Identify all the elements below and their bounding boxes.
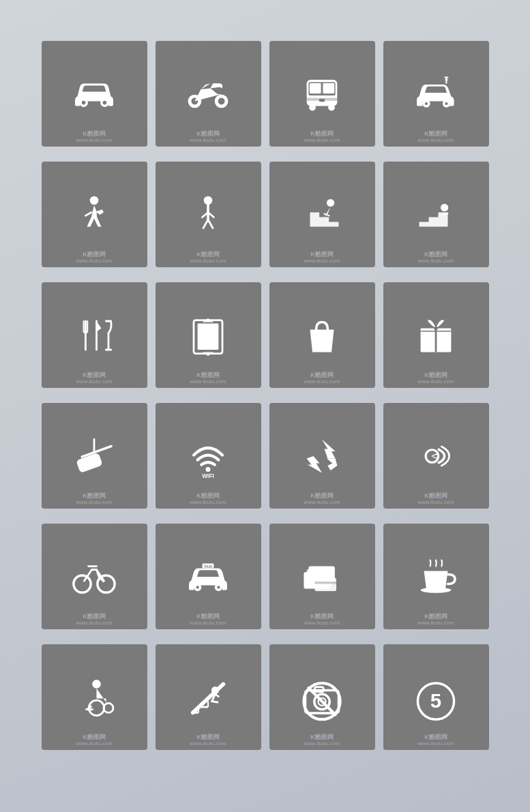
- stairs-down-icon: [298, 191, 346, 239]
- escalator-icon: [184, 674, 232, 721]
- svg-point-85: [211, 686, 219, 693]
- svg-point-81: [94, 705, 99, 710]
- stairs-up-icon: [412, 191, 460, 239]
- svg-rect-75: [315, 577, 337, 591]
- svg-line-84: [193, 684, 224, 712]
- svg-point-1: [82, 100, 86, 104]
- svg-point-65: [196, 586, 199, 588]
- pedestrian-walk-icon-tile: K酷图网 www.ikutu.com: [42, 162, 147, 267]
- svg-line-34: [325, 213, 329, 215]
- svg-line-24: [85, 212, 91, 215]
- bicycle-icon-tile: K酷图网 www.ikutu.com: [42, 524, 147, 629]
- wheelchair-icon-tile: K酷图网 www.ikutu.com: [42, 644, 147, 750]
- tile-watermark: K酷图网 www.ikutu.com: [42, 251, 147, 265]
- svg-point-80: [104, 703, 113, 712]
- svg-rect-76: [315, 582, 337, 584]
- pedestrian-walk-icon: [70, 191, 118, 239]
- shopping-bag-icon-tile: K酷图网 www.ikutu.com: [269, 282, 375, 388]
- svg-text:WIFI: WIFI: [202, 472, 214, 479]
- coffee-icon: [412, 553, 460, 601]
- electric-car-icon: [412, 70, 460, 118]
- currency-icon-tile: 200 100 K酷图网 www.ikutu.com: [269, 524, 375, 629]
- tile-watermark: K酷图网 www.ikutu.com: [42, 372, 147, 385]
- speaker-icon-tile: K酷图网 www.ikutu.com: [383, 403, 489, 509]
- recycle-icon: [298, 432, 346, 480]
- tile-watermark: K酷图网 www.ikutu.com: [269, 613, 375, 627]
- svg-rect-15: [319, 99, 325, 102]
- svg-point-13: [309, 104, 316, 110]
- pedestrian-stand-icon-tile: K酷图网 www.ikutu.com: [156, 162, 261, 267]
- speaker-icon: [412, 432, 460, 480]
- svg-point-14: [328, 104, 335, 110]
- tile-watermark: K酷图网 www.ikutu.com: [269, 251, 375, 265]
- tile-watermark: K酷图网 www.ikutu.com: [269, 734, 375, 747]
- tile-watermark: K酷图网 www.ikutu.com: [42, 734, 147, 747]
- gift-icon: [412, 312, 460, 359]
- wifi-icon: WIFI: [184, 432, 232, 480]
- currency-icon: 200 100: [298, 553, 346, 601]
- tile-watermark: K酷图网 www.ikutu.com: [383, 251, 489, 265]
- elevator-icon-tile: K酷图网 www.ikutu.com: [156, 282, 261, 388]
- gift-icon-tile: K酷图网 www.ikutu.com: [383, 282, 489, 388]
- svg-rect-11: [323, 82, 334, 93]
- restaurant-icon-tile: K酷图网 www.ikutu.com: [42, 282, 147, 388]
- tile-watermark: K酷图网 www.ikutu.com: [156, 372, 261, 385]
- wifi-icon-tile: WIFI K酷图网 www.ikutu.com: [156, 403, 261, 509]
- wheelchair-icon: [70, 674, 118, 721]
- bus-icon: [298, 70, 346, 118]
- bicycle-icon: [70, 553, 118, 601]
- tile-watermark: K酷图网 www.ikutu.com: [383, 613, 489, 627]
- svg-point-77: [421, 587, 452, 592]
- tile-watermark: K酷图网 www.ikutu.com: [42, 492, 147, 506]
- electric-car-icon-tile: K酷图网 www.ikutu.com: [383, 41, 489, 147]
- number-5-icon: 5: [412, 674, 460, 721]
- cctv-icon: [70, 432, 118, 480]
- restaurant-icon: [70, 312, 118, 359]
- svg-text:5: 5: [430, 689, 441, 712]
- car-icon-tile: K酷图网 www.ikutu.com: [42, 41, 147, 147]
- stairs-up-icon-tile: K酷图网 www.ikutu.com: [383, 162, 489, 267]
- no-camera-icon-tile: K酷图网 www.ikutu.com: [269, 644, 375, 750]
- bus-icon-tile: K酷图网 www.ikutu.com: [269, 41, 375, 147]
- car-icon: [70, 70, 118, 118]
- elevator-icon: [184, 312, 232, 359]
- svg-point-3: [103, 100, 107, 104]
- taxi-icon-tile: TAXI K酷图网 www.ikutu.com: [156, 524, 261, 629]
- tile-watermark: K酷图网 www.ikutu.com: [383, 734, 489, 747]
- svg-point-67: [217, 586, 220, 588]
- shopping-bag-icon: [298, 312, 346, 359]
- coffee-icon-tile: K酷图网 www.ikutu.com: [383, 524, 489, 629]
- svg-point-63: [103, 581, 108, 586]
- tile-watermark: K酷图网 www.ikutu.com: [383, 372, 489, 385]
- svg-rect-54: [76, 452, 103, 472]
- motorcycle-icon-tile: K酷图网 www.ikutu.com: [156, 41, 261, 147]
- svg-line-86: [216, 694, 219, 697]
- svg-line-30: [208, 220, 213, 228]
- tile-watermark: K酷图网 www.ikutu.com: [269, 372, 375, 385]
- svg-point-19: [445, 102, 447, 104]
- tile-watermark: K酷图网 www.ikutu.com: [156, 130, 261, 144]
- svg-point-62: [79, 581, 85, 586]
- tile-watermark: K酷图网 www.ikutu.com: [42, 613, 147, 627]
- tile-watermark: K酷图网 www.ikutu.com: [269, 130, 375, 144]
- taxi-icon: TAXI: [184, 553, 232, 601]
- number-5-icon-tile: 5 K酷图网 www.ikutu.com: [383, 644, 489, 750]
- tile-watermark: K酷图网 www.ikutu.com: [156, 734, 261, 747]
- icon-grid: K酷图网 www.ikutu.com K酷图网 www.ikutu.com: [21, 0, 510, 770]
- svg-point-23: [90, 196, 99, 205]
- svg-line-29: [203, 220, 208, 228]
- svg-point-44: [205, 327, 211, 334]
- svg-point-31: [327, 198, 334, 206]
- no-camera-icon: [298, 674, 346, 721]
- recycle-icon-tile: K酷图网 www.ikutu.com: [269, 403, 375, 509]
- tile-watermark: K酷图网 www.ikutu.com: [156, 613, 261, 627]
- escalator-icon-tile: K酷图网 www.ikutu.com: [156, 644, 261, 750]
- svg-point-7: [218, 97, 225, 104]
- tile-watermark: K酷图网 www.ikutu.com: [156, 251, 261, 265]
- tile-watermark: K酷图网 www.ikutu.com: [269, 492, 375, 506]
- cctv-icon-tile: K酷图网 www.ikutu.com: [42, 403, 147, 509]
- svg-text:TAXI: TAXI: [204, 564, 213, 568]
- svg-point-17: [425, 102, 428, 104]
- svg-point-78: [92, 680, 101, 689]
- svg-point-35: [441, 203, 448, 211]
